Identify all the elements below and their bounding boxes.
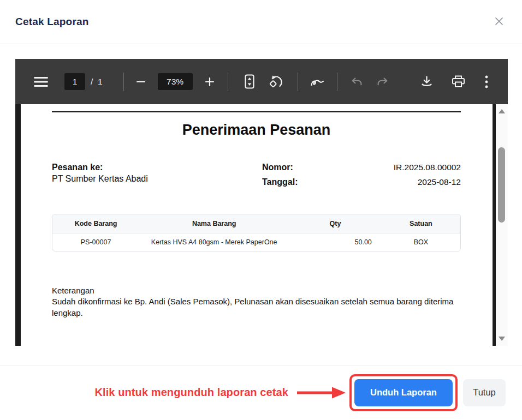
page-number-input[interactable]: 1 [64, 73, 85, 90]
viewer-scrollbar[interactable] [496, 104, 508, 346]
scroll-down-icon[interactable] [496, 337, 508, 341]
cell-satuan: BOX [382, 233, 460, 251]
toolbar-divider [298, 73, 298, 91]
order-to-value: PT Sumber Kertas Abadi [52, 174, 262, 184]
page-count-label: / 1 [91, 77, 103, 87]
notes-section: Keterangan Sudah dikonfirmasi ke Bp. And… [52, 285, 461, 319]
modal-header: Cetak Laporan [0, 0, 522, 44]
pdf-viewer: 1 / 1 73% [15, 59, 508, 346]
download-icon[interactable] [420, 75, 433, 88]
date-value: 2025-08-12 [418, 177, 461, 187]
cell-kode-barang: PS-00007 [52, 233, 139, 251]
pdf-toolbar: 1 / 1 73% [15, 59, 508, 104]
document-top-rule [52, 111, 461, 112]
print-icon[interactable] [452, 75, 465, 88]
annotation-arrow-icon [296, 386, 346, 400]
table-header-row: Kode Barang Nama Barang Qty Satuan [52, 214, 460, 233]
close-dialog-button[interactable]: Tutup [463, 379, 506, 406]
items-table: Kode Barang Nama Barang Qty Satuan PS-00… [52, 214, 461, 251]
cell-nama-barang: Kertas HVS A4 80gsm - Merek PaperOne [139, 233, 289, 251]
viewer-gutter [15, 104, 21, 346]
zoom-level-input[interactable]: 73% [158, 73, 193, 90]
scroll-up-icon[interactable] [496, 109, 508, 113]
toolbar-divider [228, 73, 228, 91]
pdf-page-area: Penerimaan Pesanan Pesanan ke: PT Sumber… [15, 104, 508, 346]
number-value: IR.2025.08.00002 [394, 163, 461, 172]
toolbar-divider [123, 73, 124, 91]
toolbar-divider [337, 73, 337, 91]
zoom-out-icon[interactable] [136, 77, 146, 87]
zoom-in-icon[interactable] [205, 77, 215, 87]
number-label: Nomor: [262, 163, 293, 172]
ink-annotate-icon[interactable] [310, 76, 325, 87]
modal-footer: Klik untuk mengunduh laporan cetak Unduh… [0, 365, 522, 419]
redo-icon[interactable] [377, 76, 389, 87]
header-nama-barang: Nama Barang [139, 214, 289, 233]
document-info: Pesanan ke: PT Sumber Kertas Abadi Nomor… [52, 163, 461, 187]
more-options-icon[interactable] [485, 75, 488, 88]
annotation-text: Klik untuk mengunduh laporan cetak [94, 386, 288, 399]
notes-label: Keterangan [52, 285, 461, 296]
header-satuan: Satuan [382, 214, 460, 233]
notes-text: Sudah dikonfirmasi ke Bp. Andi (Sales Pe… [52, 296, 461, 319]
cell-qty: 50.00 [289, 233, 382, 251]
scrollbar-thumb[interactable] [498, 147, 505, 223]
table-row: PS-00007 Kertas HVS A4 80gsm - Merek Pap… [52, 233, 460, 251]
date-label: Tanggal: [262, 177, 298, 187]
download-report-button[interactable]: Unduh Laporan [354, 379, 453, 406]
close-button[interactable] [491, 14, 507, 29]
header-qty: Qty [289, 214, 382, 233]
menu-icon[interactable] [34, 76, 48, 87]
document-page: Penerimaan Pesanan Pesanan ke: PT Sumber… [21, 104, 493, 346]
header-kode-barang: Kode Barang [52, 214, 139, 233]
document-title: Penerimaan Pesanan [52, 122, 461, 139]
modal-title: Cetak Laporan [15, 16, 89, 28]
undo-icon[interactable] [351, 76, 363, 87]
fit-page-icon[interactable] [245, 74, 254, 89]
rotate-icon[interactable] [269, 74, 283, 89]
close-icon [494, 16, 504, 28]
order-to-label: Pesanan ke: [52, 163, 262, 172]
annotation-highlight-box: Unduh Laporan [349, 374, 458, 411]
